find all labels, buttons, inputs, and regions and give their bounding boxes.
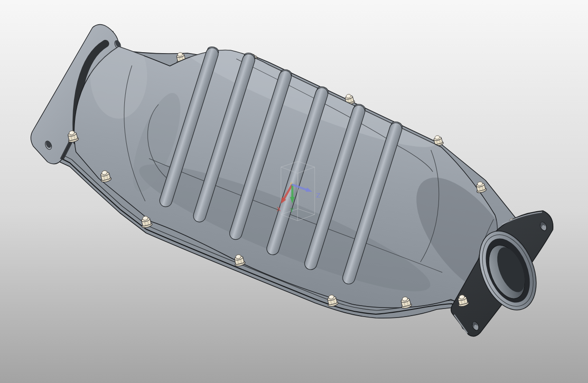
- x-axis-label: X: [277, 206, 281, 213]
- y-axis-label: Y: [289, 206, 294, 214]
- cad-viewport[interactable]: X Y Z: [0, 0, 588, 383]
- z-axis-label: Z: [316, 192, 320, 199]
- viewport-canvas: X Y Z: [0, 0, 588, 383]
- model-catalytic-converter[interactable]: [31, 17, 553, 336]
